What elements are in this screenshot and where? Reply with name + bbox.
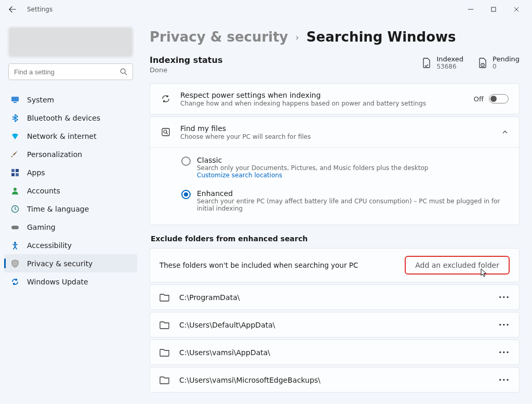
sidebar-item-label: Privacy & security xyxy=(27,259,92,268)
stat-pending-value: 0 xyxy=(493,63,520,70)
stat-indexed-label: Indexed xyxy=(436,55,463,63)
svg-rect-7 xyxy=(16,173,19,176)
profile-card[interactable] xyxy=(8,27,133,57)
svg-point-8 xyxy=(14,188,17,191)
sidebar-item-label: Bluetooth & devices xyxy=(27,114,100,122)
customize-search-locations-link[interactable]: Customize search locations xyxy=(197,172,428,179)
find-files-option-classic[interactable]: ClassicSearch only your Documents, Pictu… xyxy=(181,151,509,184)
radio-option-sub: Search only your Documents, Pictures, an… xyxy=(197,164,428,172)
more-options-button[interactable]: ··· xyxy=(499,292,510,302)
search-box[interactable] xyxy=(8,63,133,80)
globe-clock-icon xyxy=(10,204,20,214)
page-title: Searching Windows xyxy=(307,29,456,45)
excluded-folder-path: C:\ProgramData\ xyxy=(179,293,489,302)
exclude-section-label: Exclude folders from enhanced search xyxy=(151,234,520,243)
sidebar-item-accessibility[interactable]: Accessibility xyxy=(4,236,137,254)
excluded-folder-row: C:\Users\vamsi\MicrosoftEdgeBackups\··· xyxy=(150,367,520,393)
stat-pending-label: Pending xyxy=(493,55,520,63)
window-close-button[interactable] xyxy=(505,1,528,18)
stat-pending: Pending 0 xyxy=(478,55,520,70)
search-icon xyxy=(120,68,127,75)
sidebar-item-label: System xyxy=(27,96,54,104)
folder-icon xyxy=(159,293,170,302)
update-icon xyxy=(10,277,20,286)
close-icon xyxy=(514,7,519,12)
shield-icon xyxy=(10,259,20,268)
sidebar-item-personalization[interactable]: Personalization xyxy=(4,145,137,163)
back-button[interactable] xyxy=(4,1,21,18)
sidebar-item-windows-update[interactable]: Windows Update xyxy=(4,272,137,291)
svg-rect-6 xyxy=(11,173,15,176)
stat-indexed-value: 53686 xyxy=(436,63,463,70)
sidebar-item-gaming[interactable]: Gaming xyxy=(4,218,137,236)
find-files-option-enhanced[interactable]: EnhancedSearch your entire PC (may affec… xyxy=(181,184,509,217)
window-minimize-button[interactable] xyxy=(459,1,482,18)
find-files-sub: Choose where your PC will search for fil… xyxy=(180,133,492,140)
excluded-folder-path: C:\Users\vamsi\MicrosoftEdgeBackups\ xyxy=(179,376,489,384)
nav-list: SystemBluetooth & devicesNetwork & inter… xyxy=(0,88,141,293)
window-maximize-button[interactable] xyxy=(482,1,505,18)
excluded-folder-row: C:\Users\vamsi\AppData\··· xyxy=(150,340,520,365)
exclude-header: These folders won't be included when sea… xyxy=(150,248,520,282)
sidebar-item-label: Accessibility xyxy=(27,241,72,250)
svg-rect-5 xyxy=(16,169,19,172)
find-my-files-card: Find my files Choose where your PC will … xyxy=(150,116,520,225)
sidebar-item-label: Apps xyxy=(27,168,45,177)
folder-icon xyxy=(159,320,170,330)
svg-rect-4 xyxy=(11,169,15,172)
radio-option-sub: Search your entire PC (may affect batter… xyxy=(197,198,509,212)
search-input[interactable] xyxy=(14,68,120,76)
accessibility-icon xyxy=(10,241,20,250)
person-icon xyxy=(10,186,20,196)
svg-rect-10 xyxy=(11,226,19,229)
sidebar-item-system[interactable]: System xyxy=(4,90,137,109)
sidebar-item-label: Network & internet xyxy=(27,132,97,140)
more-options-button[interactable]: ··· xyxy=(499,347,510,357)
titlebar: Settings xyxy=(0,0,532,19)
sidebar-item-apps[interactable]: Apps xyxy=(4,163,137,181)
sidebar-item-bluetooth-devices[interactable]: Bluetooth & devices xyxy=(4,109,137,127)
stat-indexed: Indexed 53686 xyxy=(422,55,463,70)
power-row-title: Respect power settings when indexing xyxy=(180,91,464,99)
file-check-icon xyxy=(422,58,431,68)
maximize-icon xyxy=(491,7,496,12)
power-settings-card: Respect power settings when indexing Cha… xyxy=(150,83,520,114)
radio-button[interactable] xyxy=(181,157,191,166)
sidebar-item-label: Gaming xyxy=(27,223,56,231)
indexing-status-value: Done xyxy=(150,66,222,74)
file-search-icon xyxy=(161,127,171,137)
find-files-title: Find my files xyxy=(180,124,492,133)
svg-rect-2 xyxy=(11,97,19,101)
sidebar-item-time-language[interactable]: Time & language xyxy=(4,200,137,218)
add-excluded-folder-button[interactable]: Add an excluded folder xyxy=(405,256,510,275)
sidebar-item-label: Windows Update xyxy=(27,278,88,286)
excluded-folder-row: C:\ProgramData\··· xyxy=(150,284,520,310)
radio-option-title: Classic xyxy=(197,156,428,164)
main-content: Privacy & security › Searching Windows I… xyxy=(141,19,532,404)
exclude-header-text: These folders won't be included when sea… xyxy=(159,261,358,269)
arrow-left-icon xyxy=(9,6,16,13)
more-options-button[interactable]: ··· xyxy=(499,320,510,330)
svg-rect-0 xyxy=(491,7,496,11)
chevron-up-icon xyxy=(501,128,509,136)
cursor-icon xyxy=(481,268,488,278)
sidebar-item-accounts[interactable]: Accounts xyxy=(4,181,137,200)
svg-rect-13 xyxy=(162,128,169,136)
sidebar-item-label: Time & language xyxy=(27,205,89,213)
sidebar-item-label: Personalization xyxy=(27,150,82,159)
excluded-folder-path: C:\Users\Default\AppData\ xyxy=(179,321,489,329)
breadcrumb-parent[interactable]: Privacy & security xyxy=(150,29,288,45)
find-my-files-header[interactable]: Find my files Choose where your PC will … xyxy=(150,117,519,147)
sidebar-item-privacy-security[interactable]: Privacy & security xyxy=(4,254,137,272)
power-row-sub: Change how and when indexing happens bas… xyxy=(180,100,464,107)
power-toggle[interactable] xyxy=(489,94,509,103)
sidebar-item-network-internet[interactable]: Network & internet xyxy=(4,127,137,145)
folder-icon xyxy=(159,375,170,385)
add-excluded-folder-label: Add an excluded folder xyxy=(415,261,499,269)
excluded-folder-row: C:\Users\Default\AppData\··· xyxy=(150,312,520,337)
more-options-button[interactable]: ··· xyxy=(499,375,510,385)
radio-button[interactable] xyxy=(181,190,191,199)
bluetooth-icon xyxy=(10,113,20,123)
svg-point-14 xyxy=(164,130,167,133)
folder-icon xyxy=(159,348,170,357)
